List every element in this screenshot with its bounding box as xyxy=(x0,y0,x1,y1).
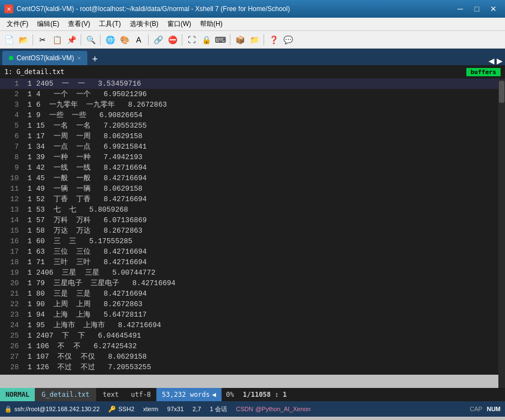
num-indicator: NUM xyxy=(487,406,501,412)
line-number: 28 xyxy=(2,362,19,372)
bottom-csdn: CSDN @Python_AI_Xenon xyxy=(236,406,311,412)
menu-file[interactable]: 文件(F) xyxy=(2,18,33,30)
line-content: 1 9 一些 一些 6.90826654 xyxy=(23,110,143,120)
toolbar-new[interactable]: 📄 xyxy=(2,33,15,46)
status-filename: G_detail.txt xyxy=(35,388,96,401)
menu-window[interactable]: 窗口(W) xyxy=(163,18,196,30)
line-number: 22 xyxy=(2,299,19,309)
menu-tools[interactable]: 工具(T) xyxy=(94,18,125,30)
table-row: 1 1 2405 一 一 3.53459716 xyxy=(0,78,498,89)
toolbar-color[interactable]: 🎨 xyxy=(118,33,131,46)
line-content: 1 80 三是 三是 8.42716694 xyxy=(23,288,147,299)
toolbar-disconnect[interactable]: ⛔ xyxy=(166,33,179,46)
status-bar: NORMAL G_detail.txt text utf-8 53,232 wo… xyxy=(0,388,505,401)
scrollbar-thumb[interactable] xyxy=(499,81,504,103)
toolbar-copy[interactable]: 📋 xyxy=(50,33,64,46)
line-content: 1 90 上周 上周 8.2672863 xyxy=(23,299,143,309)
toolbar-paste[interactable]: 📌 xyxy=(65,33,78,46)
table-row: 6 1 17 一周 一周 8.0629158 xyxy=(0,131,498,141)
toolbar-search[interactable]: 🔍 xyxy=(84,33,97,46)
sessions-label: 1 会话 xyxy=(210,405,227,413)
line-content: 1 49 一辆 一辆 8.0629158 xyxy=(23,183,143,194)
line-content: 1 126 不过 不过 7.20553255 xyxy=(23,362,151,372)
tab-bar: CentOS7(kaldi-VM) × + ◀ ▶ xyxy=(0,49,505,65)
table-row: 28 1 126 不过 不过 7.20553255 xyxy=(0,362,498,372)
tab-close-button[interactable]: × xyxy=(77,55,81,61)
line-number: 21 xyxy=(2,288,19,299)
table-row: 11 1 49 一辆 一辆 8.0629158 xyxy=(0,183,498,194)
toolbar-connect[interactable]: 🔗 xyxy=(151,33,165,46)
toolbar-open[interactable]: 📂 xyxy=(17,33,30,46)
toolbar-extra[interactable]: 💬 xyxy=(281,33,294,46)
line-content: 1 63 三位 三位 8.42716694 xyxy=(23,246,147,257)
status-mode: NORMAL xyxy=(0,388,35,401)
bottom-protocol: 🔑 SSH2 xyxy=(108,406,134,413)
toolbar-transfer[interactable]: 📦 xyxy=(233,33,246,46)
line-number: 24 xyxy=(2,320,19,330)
terminal-wrapper: 1 1 2405 一 一 3.534597162 1 4 一个 一个 6.950… xyxy=(0,78,505,388)
line-number: 5 xyxy=(2,120,19,131)
tab-centos[interactable]: CentOS7(kaldi-VM) × xyxy=(2,51,87,65)
line-number: 25 xyxy=(2,330,19,341)
toolbar-help[interactable]: ❓ xyxy=(267,33,280,46)
line-number: 8 xyxy=(2,152,19,162)
line-number: 17 xyxy=(2,246,19,257)
line-content: 1 6 一九零年 一九零年 8.2672863 xyxy=(23,99,167,110)
line-number: 19 xyxy=(2,267,19,278)
line-content: 1 15 一名 一名 7.20553255 xyxy=(23,120,147,131)
table-row: 5 1 15 一名 一名 7.20553255 xyxy=(0,120,498,131)
toolbar-sftp[interactable]: 📁 xyxy=(248,33,261,46)
toolbar-sep6 xyxy=(230,34,230,45)
toolbar-cut[interactable]: ✂ xyxy=(36,33,49,46)
status-percent: 0% xyxy=(222,388,238,401)
table-row: 16 1 60 三 三 5.17555285 xyxy=(0,236,498,246)
line-number: 3 xyxy=(2,99,19,110)
menu-help[interactable]: 帮助(H) xyxy=(196,18,227,30)
toolbar-sep2 xyxy=(81,34,81,45)
csdn-user: @Python_AI_Xenon xyxy=(255,406,311,412)
table-row: 10 1 45 一般 一般 8.42716694 xyxy=(0,173,498,183)
tab-scroll-right[interactable]: ▶ xyxy=(497,56,503,65)
line-number: 13 xyxy=(2,204,19,215)
menu-tabs[interactable]: 选项卡(B) xyxy=(125,18,163,30)
line-content: 1 2406 三星 三星 5.00744772 xyxy=(23,267,155,278)
line-content: 1 79 三星电子 三星电子 8.42716694 xyxy=(23,278,176,288)
window-title: CentOS7(kaldi-VM) - root@localhost:~/kal… xyxy=(17,5,453,13)
bottom-terminal: xterm xyxy=(143,406,159,412)
line-content: 1 39 一种 一种 7.4942193 xyxy=(23,152,143,162)
connection-icon: 🔒 xyxy=(4,406,12,413)
table-row: 22 1 90 上周 上周 8.2672863 xyxy=(0,299,498,309)
line-content: 1 106 不 不 6.27425432 xyxy=(23,341,136,351)
maximize-button[interactable]: □ xyxy=(470,3,484,15)
toolbar-fullscreen[interactable]: ⛶ xyxy=(185,33,198,46)
terminal[interactable]: 1 1 2405 一 一 3.534597162 1 4 一个 一个 6.950… xyxy=(0,78,498,375)
menu-edit[interactable]: 编辑(E) xyxy=(33,18,64,30)
terminal-size: 97x31 xyxy=(167,406,184,412)
line-number: 4 xyxy=(2,110,19,120)
table-row: 27 1 107 不仅 不仅 8.0629158 xyxy=(0,351,498,362)
line-number: 23 xyxy=(2,309,19,320)
tab-add-button[interactable]: + xyxy=(87,54,102,65)
minimize-button[interactable]: ─ xyxy=(453,3,467,15)
status-words-count: 53,232 words xyxy=(162,391,210,398)
line-content: 1 4 一个 一个 6.95021296 xyxy=(23,89,147,99)
table-row: 14 1 57 万科 万科 6.07136869 xyxy=(0,215,498,225)
title-bar: ✕ CentOS7(kaldi-VM) - root@localhost:~/k… xyxy=(0,0,505,18)
scrollbar-vertical[interactable] xyxy=(498,78,505,388)
toolbar-globe[interactable]: 🌐 xyxy=(103,33,117,46)
table-row: 19 1 2406 三星 三星 5.00744772 xyxy=(0,267,498,278)
app-icon: ✕ xyxy=(4,4,13,13)
toolbar-lock[interactable]: 🔒 xyxy=(199,33,213,46)
toolbar-keyboard[interactable]: ⌨ xyxy=(214,33,227,46)
tab-connected-indicator xyxy=(9,56,13,60)
line-content: 1 58 万达 万达 8.2672863 xyxy=(23,225,143,236)
line-content: 1 94 上海 上海 5.64728117 xyxy=(23,309,147,320)
status-filetype: text xyxy=(96,388,125,401)
terminal-content: 1 1 2405 一 一 3.534597162 1 4 一个 一个 6.950… xyxy=(0,78,498,388)
menu-view[interactable]: 查看(V) xyxy=(64,18,94,30)
toolbar-font[interactable]: A xyxy=(132,33,145,46)
tab-scroll-left[interactable]: ◀ xyxy=(488,56,495,65)
line-content: 1 17 一周 一周 8.0629158 xyxy=(23,131,143,141)
csdn-label: CSDN xyxy=(236,406,253,412)
close-button[interactable]: ✕ xyxy=(486,3,501,15)
